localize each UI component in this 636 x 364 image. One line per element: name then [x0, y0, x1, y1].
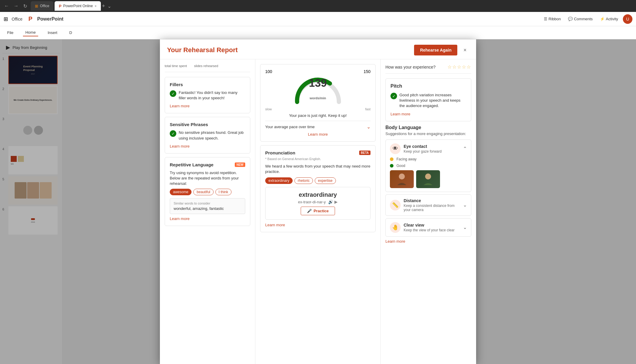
office-favicon: ⊞ [35, 4, 38, 8]
ribbon: File Home Insert D [0, 26, 636, 39]
pronunciation-section: Pronunciation BETA * Based on General Am… [260, 145, 376, 232]
pron-tag-rhetoric[interactable]: rhetoric [294, 177, 313, 184]
new-tab-button[interactable]: + [102, 3, 105, 9]
ribbon-home[interactable]: Home [23, 29, 38, 36]
eye-contact-icon: 👁 [390, 143, 401, 154]
ribbon-file[interactable]: File [5, 29, 16, 36]
comments-label: Comments [574, 17, 593, 21]
tag-beautiful: beautiful [193, 189, 213, 195]
fillers-learn-more[interactable]: Learn more [170, 104, 245, 108]
pitch-check-icon: ✓ [390, 93, 397, 99]
fillers-title: Fillers [170, 82, 245, 87]
app-bar: ⊞ Office P PowerPoint ☰ Ribbon 💬 Comment… [0, 12, 636, 26]
similar-words: wonderful, amazing, fantastic [174, 206, 241, 211]
pace-speed-labels: slow fast [265, 107, 371, 111]
experience-row: How was your experience? ☆☆☆☆☆ [385, 64, 471, 74]
comments-btn[interactable]: 💬 Comments [566, 16, 595, 22]
bl-eye-left: 👁 Eye contact Keep your gaze forward [390, 143, 442, 154]
ribbon-toggle[interactable]: ☰ Ribbon [541, 16, 563, 22]
bl-item-clear-view: 🤚 Clear view Keep the view of your face … [385, 218, 471, 237]
tab-office[interactable]: ⊞ Office [31, 1, 53, 11]
close-modal-button[interactable]: × [461, 46, 469, 55]
middle-panel: 100 150 139 wor [255, 59, 381, 364]
comment-icon: 💬 [568, 17, 573, 21]
bl-clearview-desc: Keep the view of your face clear [404, 228, 455, 232]
avatar[interactable]: U [623, 14, 632, 24]
bl-eye-header: 👁 Eye contact Keep your gaze forward ⌃ [390, 143, 467, 154]
activity-label: Activity [606, 17, 618, 21]
pronunciation-tags: extraordinary rhetoric expertise [265, 177, 371, 184]
sensitive-learn-more[interactable]: Learn more [170, 144, 245, 148]
pronunciation-sub: * Based on General American English. [265, 157, 371, 161]
bl-distance-chevron[interactable]: ⌄ [463, 202, 467, 208]
eye-good-image [416, 170, 440, 188]
audio-icon[interactable]: 🔊 [328, 199, 333, 204]
pitch-learn-more[interactable]: Learn more [390, 112, 466, 116]
video-icon[interactable]: ▶ [334, 199, 338, 204]
repetitive-learn-more[interactable]: Learn more [170, 216, 245, 221]
gauge-label-150: 150 [364, 69, 371, 74]
forward-button[interactable]: → [13, 2, 20, 10]
back-button[interactable]: ← [3, 2, 10, 10]
ribbon-insert[interactable]: Insert [45, 29, 60, 36]
gauge-label-100: 100 [265, 69, 272, 74]
tab-close-btn[interactable]: × [95, 4, 96, 8]
modal-title: Your Rehearsal Report [167, 46, 238, 54]
ribbon-icon: ☰ [544, 17, 547, 21]
body-language-title: Body Language [385, 125, 471, 130]
experience-label: How was your experience? [385, 65, 436, 69]
body-language-section: Body Language Suggestions for a more eng… [385, 125, 471, 244]
pitch-success-row: ✓ Good pitch variation increases livelin… [390, 92, 466, 109]
tag-i-think: I think [215, 189, 231, 195]
pace-text: Your pace is just right. Keep it up! [265, 113, 371, 118]
tab-powerpoint[interactable]: P PowerPoint Online × [55, 1, 101, 11]
tag-awesome: awesome [170, 189, 192, 195]
body-language-learn-more[interactable]: Learn more [385, 239, 471, 244]
tab-office-label: Office [40, 4, 49, 8]
bl-clearview-chevron[interactable]: ⌄ [463, 224, 467, 230]
office-label: Office [12, 17, 22, 21]
refresh-button[interactable]: ↻ [22, 2, 28, 10]
fillers-check-icon: ✓ [170, 90, 176, 97]
bl-eye-name: Eye contact [404, 144, 442, 149]
pace-learn-more[interactable]: Learn more [265, 132, 371, 137]
mic-icon: 🎤 [307, 209, 312, 213]
ribbon-design[interactable]: D [67, 29, 74, 36]
slow-label: slow [265, 107, 272, 111]
word-phonetic: ex-traor-di-nar-y 🔊 ▶ [270, 199, 366, 204]
gauge-unit: words/min [310, 96, 326, 100]
activity-btn[interactable]: ⚡ Activity [598, 16, 620, 22]
summary-row: total time spent slides rehearsed [165, 64, 250, 72]
body-language-sub: Suggestions for a more engaging presenta… [385, 131, 471, 136]
repetitive-tags: awesome beautiful I think [170, 189, 245, 195]
bl-distance-left: 📏 Distance Keep a consistent distance fr… [390, 198, 460, 212]
green-dot [390, 164, 393, 168]
bl-eye-status2: Good [390, 164, 467, 168]
pace-expand-chevron[interactable]: ⌄ [367, 124, 371, 130]
pron-tag-expertise[interactable]: expertise [315, 177, 336, 184]
right-panel: How was your experience? ☆☆☆☆☆ Pitch ✓ G… [381, 59, 476, 364]
similar-label: Similar words to consider [174, 202, 241, 205]
overlay-panel: Your Rehearsal Report Rehearse Again × t… [0, 39, 636, 364]
bl-eye-status1: Facing away [390, 157, 467, 161]
modal-actions: Rehearse Again × [414, 45, 469, 55]
experience-stars[interactable]: ☆☆☆☆☆ [447, 64, 471, 70]
powerpoint-label: PowerPoint [37, 16, 64, 22]
bl-eye-chevron[interactable]: ⌃ [463, 146, 467, 151]
bl-eye-desc: Keep your gaze forward [404, 149, 442, 154]
tab-powerpoint-label: PowerPoint Online [63, 4, 93, 8]
pron-tag-extraordinary[interactable]: extraordinary [265, 177, 293, 184]
pp-favicon: P [59, 4, 61, 8]
sensitive-text: No sensitive phrases found. Great job us… [179, 130, 245, 141]
practice-button[interactable]: 🎤 Practice [301, 207, 335, 215]
pace-over-time-label: Your average pace over time [265, 125, 315, 129]
pronunciation-learn-more[interactable]: Learn more [265, 223, 371, 227]
word-main: extraordinary [270, 191, 366, 198]
status-good: Good [396, 164, 405, 168]
rehearse-again-button[interactable]: Rehearse Again [414, 45, 457, 55]
yellow-dot [390, 157, 393, 161]
waffle-icon[interactable]: ⊞ [4, 16, 8, 22]
svg-point-0 [399, 174, 405, 179]
more-tabs-button[interactable]: ⌄ [106, 2, 112, 10]
browser-tabs: ⊞ Office P PowerPoint Online × + ⌄ [31, 1, 112, 11]
